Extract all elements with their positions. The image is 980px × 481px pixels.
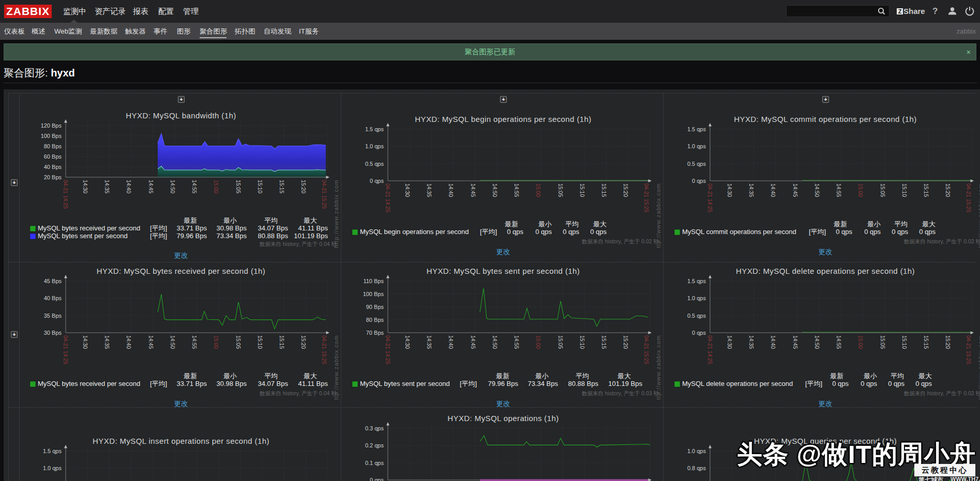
svg-text:15:20: 15:20 xyxy=(945,335,951,349)
svg-text:http://www.zabbix.com: http://www.zabbix.com xyxy=(977,183,980,247)
svg-text:73.34 Bps: 73.34 Bps xyxy=(527,380,558,387)
svg-text:0 qps: 0 qps xyxy=(892,228,908,236)
svg-text:34.07 Bps: 34.07 Bps xyxy=(258,380,288,387)
svg-text:15:20: 15:20 xyxy=(945,183,951,197)
svg-text:04-21 15:25: 04-21 15:25 xyxy=(321,180,327,209)
svg-text:14:40: 14:40 xyxy=(126,180,132,193)
svg-text:0 qps: 0 qps xyxy=(832,380,849,387)
svg-text:HYXD: MySQL insert operations: HYXD: MySQL insert operations per second… xyxy=(93,437,269,445)
svg-text:1.0 qps: 1.0 qps xyxy=(687,448,706,454)
svg-text:最小: 最小 xyxy=(223,372,237,380)
svg-text:0.1 qps: 0.1 qps xyxy=(365,460,384,466)
svg-text:平均: 平均 xyxy=(264,216,278,224)
svg-text:0 qps: 0 qps xyxy=(915,380,932,387)
svg-text:04-21 15:25: 04-21 15:25 xyxy=(643,183,650,212)
svg-text:0 qps: 0 qps xyxy=(370,477,384,481)
svg-text:最小: 最小 xyxy=(535,372,549,380)
svg-text:35 Bps: 35 Bps xyxy=(44,313,62,319)
svg-text:14:45: 14:45 xyxy=(792,183,798,197)
svg-text:[平均]: [平均] xyxy=(805,380,822,387)
svg-text:最大: 最大 xyxy=(304,372,317,380)
svg-text:数据来自 history, 产生于 0.02 秒: 数据来自 history, 产生于 0.02 秒 xyxy=(904,238,980,244)
svg-text:15:15: 15:15 xyxy=(923,335,929,349)
svg-text:0 qps: 0 qps xyxy=(507,228,523,236)
svg-text:0 qps: 0 qps xyxy=(535,228,552,236)
svg-text:MySQL bytes received per secon: MySQL bytes received per second xyxy=(38,380,140,387)
svg-text:14:45: 14:45 xyxy=(792,335,798,349)
svg-text:最小: 最小 xyxy=(538,220,552,228)
svg-text:15:00: 15:00 xyxy=(213,180,219,193)
svg-text:15:20: 15:20 xyxy=(623,335,629,349)
svg-text:15:00: 15:00 xyxy=(857,335,864,349)
svg-text:最小: 最小 xyxy=(223,216,237,224)
svg-text:MySQL commit operations per se: MySQL commit operations per second xyxy=(682,228,796,236)
svg-text:最新: 最新 xyxy=(834,220,847,228)
svg-text:14:40: 14:40 xyxy=(770,335,776,349)
svg-text:04-21 14:25: 04-21 14:25 xyxy=(707,183,713,212)
svg-text:0 qps: 0 qps xyxy=(864,228,881,236)
svg-text:0 qps: 0 qps xyxy=(861,380,877,387)
svg-text:MySQL delete operations per se: MySQL delete operations per second xyxy=(682,380,793,387)
svg-text:最小: 最小 xyxy=(867,220,881,228)
svg-text:120 Bps: 120 Bps xyxy=(41,122,62,129)
svg-text:14:35: 14:35 xyxy=(104,180,110,193)
svg-text:14:45: 14:45 xyxy=(148,335,154,349)
svg-text:[平均]: [平均] xyxy=(480,228,497,236)
svg-text:30.98 Bps: 30.98 Bps xyxy=(216,224,247,232)
svg-text:0 qps: 0 qps xyxy=(919,228,936,236)
svg-text:04-21 14:25: 04-21 14:25 xyxy=(63,180,69,209)
svg-text:1.5 qps: 1.5 qps xyxy=(365,126,384,132)
svg-text:0 qps: 0 qps xyxy=(563,228,579,236)
svg-text:73.34 Bps: 73.34 Bps xyxy=(216,232,247,240)
svg-text:数据来自 history, 产生于 0.02 秒: 数据来自 history, 产生于 0.02 秒 xyxy=(904,390,980,396)
svg-text:http://www.zabbix.com: http://www.zabbix.com xyxy=(333,335,339,399)
svg-text:数据来自 history, 产生于 0.02 秒: 数据来自 history, 产生于 0.02 秒 xyxy=(582,238,659,244)
svg-text:MySQL bytes received per secon: MySQL bytes received per second xyxy=(38,224,140,232)
svg-text:15:15: 15:15 xyxy=(279,335,285,349)
svg-text:41.11 Bps: 41.11 Bps xyxy=(298,224,328,232)
svg-text:40 Bps: 40 Bps xyxy=(44,295,62,301)
svg-text:14:50: 14:50 xyxy=(492,335,498,349)
svg-text:0.2 qps: 0.2 qps xyxy=(365,442,384,448)
svg-text:1.0 qps: 1.0 qps xyxy=(43,465,62,471)
svg-text:15:05: 15:05 xyxy=(557,335,564,349)
svg-text:70 Bps: 70 Bps xyxy=(366,330,384,336)
svg-text:最大: 最大 xyxy=(918,372,932,380)
svg-text:最大: 最大 xyxy=(304,216,317,224)
svg-text:0 qps: 0 qps xyxy=(692,330,706,336)
svg-text:14:35: 14:35 xyxy=(748,183,755,197)
svg-text:15:00: 15:00 xyxy=(857,183,864,197)
svg-text:14:40: 14:40 xyxy=(126,335,132,349)
svg-text:15:15: 15:15 xyxy=(279,180,285,193)
svg-text:[平均]: [平均] xyxy=(150,380,167,387)
svg-text:04-21 14:25: 04-21 14:25 xyxy=(385,335,391,364)
svg-text:1.5 qps: 1.5 qps xyxy=(43,448,62,454)
svg-text:HYXD: MySQL delete operations: HYXD: MySQL delete operations per second… xyxy=(736,267,915,275)
svg-text:15:00: 15:00 xyxy=(535,335,541,349)
svg-text:41.11 Bps: 41.11 Bps xyxy=(298,380,328,387)
svg-text:平均: 平均 xyxy=(894,220,908,228)
svg-text:1.0 qps: 1.0 qps xyxy=(687,295,706,301)
svg-text:04-21 14:25: 04-21 14:25 xyxy=(707,335,713,364)
svg-text:最新: 最新 xyxy=(830,372,843,380)
svg-text:http://www.zabbix.com: http://www.zabbix.com xyxy=(977,335,980,399)
svg-text:14:30: 14:30 xyxy=(404,183,411,197)
svg-text:HYXD: MySQL operations (1h): HYXD: MySQL operations (1h) xyxy=(447,414,559,423)
svg-text:0 qps: 0 qps xyxy=(888,380,904,387)
svg-text:[平均]: [平均] xyxy=(809,228,826,236)
svg-text:15:05: 15:05 xyxy=(880,335,886,349)
svg-text:MySQL begin operations per sec: MySQL begin operations per second xyxy=(360,228,469,236)
svg-text:http://www.zabbix.com: http://www.zabbix.com xyxy=(655,335,661,399)
svg-text:60 Bps: 60 Bps xyxy=(44,153,62,160)
svg-text:0.5 qps: 0.5 qps xyxy=(687,313,706,319)
svg-text:14:35: 14:35 xyxy=(104,335,110,349)
svg-text:14:30: 14:30 xyxy=(404,335,411,349)
svg-text:0 qps: 0 qps xyxy=(370,178,384,184)
svg-text:33.71 Bps: 33.71 Bps xyxy=(176,380,207,387)
svg-text:平均: 平均 xyxy=(264,372,278,380)
svg-text:14:55: 14:55 xyxy=(514,335,520,349)
svg-text:15:10: 15:10 xyxy=(901,183,908,197)
svg-text:14:55: 14:55 xyxy=(514,183,520,197)
svg-text:14:45: 14:45 xyxy=(470,183,476,197)
svg-text:数据来自 history, 产生于 0.03 秒: 数据来自 history, 产生于 0.03 秒 xyxy=(582,390,659,396)
